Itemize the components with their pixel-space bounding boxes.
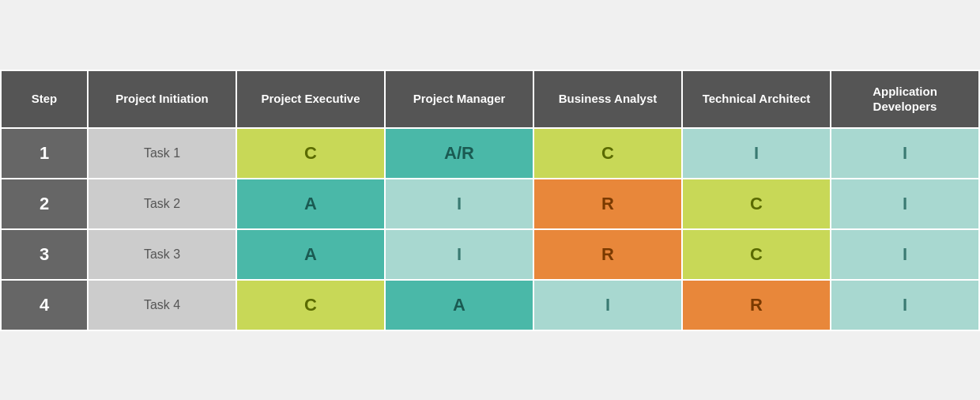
task-cell-4: Task 4 xyxy=(88,280,236,330)
project-manager-cell-row-3: I xyxy=(385,229,533,280)
technical-architect-cell-row-4: R xyxy=(682,280,831,330)
header-technical-architect: Technical Architect xyxy=(682,70,831,128)
application-developers-cell-row-1: I xyxy=(831,128,979,179)
project-manager-cell-row-4: A xyxy=(385,280,533,330)
project-manager-cell-row-1: A/R xyxy=(385,128,533,179)
business-analyst-cell-row-1: C xyxy=(533,128,682,179)
header-project-initiation: Project Initiation xyxy=(88,70,236,128)
application-developers-cell-row-3: I xyxy=(831,229,979,280)
step-cell-3: 3 xyxy=(1,229,88,280)
application-developers-cell-row-4: I xyxy=(831,280,979,330)
header-business-analyst: Business Analyst xyxy=(533,70,682,128)
technical-architect-cell-row-3: C xyxy=(682,229,831,280)
task-cell-2: Task 2 xyxy=(88,179,236,229)
project-executive-cell-row-4: C xyxy=(236,280,385,330)
raci-matrix: Step Project Initiation Project Executiv… xyxy=(0,70,980,331)
business-analyst-cell-row-3: R xyxy=(533,229,682,280)
task-cell-1: Task 1 xyxy=(88,128,236,179)
header-step: Step xyxy=(1,70,88,128)
business-analyst-cell-row-2: R xyxy=(533,179,682,229)
project-executive-cell-row-3: A xyxy=(236,229,385,280)
step-cell-2: 2 xyxy=(1,179,88,229)
task-cell-3: Task 3 xyxy=(88,229,236,280)
header-project-executive: Project Executive xyxy=(236,70,385,128)
technical-architect-cell-row-1: I xyxy=(682,128,831,179)
business-analyst-cell-row-4: I xyxy=(533,280,682,330)
project-manager-cell-row-2: I xyxy=(385,179,533,229)
technical-architect-cell-row-2: C xyxy=(682,179,831,229)
header-project-manager: Project Manager xyxy=(385,70,533,128)
step-cell-4: 4 xyxy=(1,280,88,330)
project-executive-cell-row-1: C xyxy=(236,128,385,179)
header-application-developers: Application Developers xyxy=(831,70,979,128)
application-developers-cell-row-2: I xyxy=(831,179,979,229)
step-cell-1: 1 xyxy=(1,128,88,179)
project-executive-cell-row-2: A xyxy=(236,179,385,229)
